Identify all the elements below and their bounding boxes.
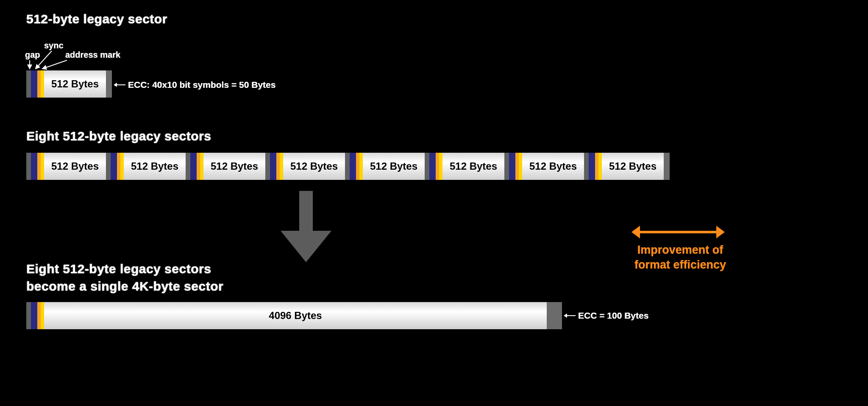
stripe-orange: [197, 153, 200, 180]
stripe-gap: [26, 302, 31, 329]
pointer-arrows: [26, 42, 153, 72]
stripe-orange: [37, 302, 41, 329]
sector-data: 4096 Bytes: [44, 302, 547, 329]
sector-prefix: [186, 153, 203, 180]
sector-data: 512 Bytes: [602, 153, 664, 180]
section1-title: 512-byte legacy sector: [26, 12, 167, 26]
sector-prefix: [425, 153, 442, 180]
stripe-gap: [186, 153, 190, 180]
legacy-row-sector: 512 Bytes: [26, 153, 106, 180]
sector-data: 512 Bytes: [522, 153, 584, 180]
sector-prefix: [26, 302, 44, 329]
stripe-address-mark: [41, 70, 44, 98]
stripe-address-mark: [598, 153, 602, 180]
efficiency-line1: Improvement of: [625, 243, 735, 258]
stripe-gap: [26, 153, 31, 180]
stripe-gap: [425, 153, 429, 180]
sector-ecc: [106, 70, 112, 98]
stripe-sync: [31, 302, 37, 329]
stripe-address-mark: [439, 153, 442, 180]
stripe-gap: [106, 153, 111, 180]
legacy-row-sector: 512 Bytes: [345, 153, 425, 180]
stripe-gap: [265, 153, 270, 180]
sector-data: 512 Bytes: [442, 153, 504, 180]
stripe-sync: [31, 70, 37, 98]
efficiency-line2: format efficiency: [625, 258, 735, 272]
sector-prefix: [26, 70, 44, 98]
sector-prefix: [265, 153, 283, 180]
stripe-address-mark: [120, 153, 124, 180]
stripe-gap: [584, 153, 589, 180]
stripe-sync: [350, 153, 356, 180]
stripe-sync: [111, 153, 117, 180]
sector-data: 512 Bytes: [124, 153, 186, 180]
stripe-orange: [356, 153, 359, 180]
stripe-orange: [37, 70, 41, 98]
stripe-orange: [276, 153, 280, 180]
legacy-row-sector: 512 Bytes: [106, 153, 186, 180]
big-sector: 4096 Bytes: [26, 302, 562, 329]
ecc-label-1: ECC: 40x10 bit symbols = 50 Bytes: [128, 80, 275, 90]
efficiency-text: Improvement of format efficiency: [625, 243, 735, 272]
legacy-sector: 512 Bytes: [26, 70, 112, 98]
stripe-address-mark: [519, 153, 522, 180]
sector-prefix: [106, 153, 124, 180]
section3-title: Eight 512-byte legacy sectors become a s…: [26, 260, 223, 295]
stripe-address-mark: [280, 153, 283, 180]
legacy-row-sector: 512 Bytes: [186, 153, 265, 180]
ecc-label-2: ECC = 100 Bytes: [578, 311, 648, 321]
stripe-gap: [345, 153, 350, 180]
stripe-sync: [509, 153, 515, 180]
stripe-sync: [429, 153, 436, 180]
legacy-row-sector: 512 Bytes: [425, 153, 504, 180]
legacy-row-sector: 512 Bytes: [265, 153, 345, 180]
stripe-orange: [117, 153, 120, 180]
prefix-labels: gap sync address mark: [26, 42, 153, 72]
legacy-row: 512 Bytes 512 Bytes 512 Bytes 512 Bytes: [26, 153, 670, 180]
stripe-orange: [515, 153, 519, 180]
sector-data: 512 Bytes: [44, 153, 106, 180]
stripe-orange: [595, 153, 598, 180]
sector-prefix: [584, 153, 602, 180]
stripe-sync: [589, 153, 595, 180]
sector-data: 512 Bytes: [283, 153, 345, 180]
legacy-row-sector: 512 Bytes: [504, 153, 584, 180]
sector-data: 512 Bytes: [44, 70, 106, 98]
stripe-gap: [504, 153, 509, 180]
svg-line-2: [42, 60, 67, 69]
section3-title-line1: Eight 512-byte legacy sectors: [26, 260, 223, 278]
stripe-orange: [37, 153, 41, 180]
stripe-sync: [31, 153, 37, 180]
efficiency-arrow-icon: [632, 226, 725, 238]
stripe-address-mark: [41, 153, 44, 180]
stripe-gap: [26, 70, 31, 98]
stripe-sync: [270, 153, 276, 180]
stripe-orange: [436, 153, 439, 180]
sector-data: 512 Bytes: [363, 153, 425, 180]
sector-prefix: [504, 153, 522, 180]
section2-title: Eight 512-byte legacy sectors: [26, 129, 211, 143]
ecc-pointer-arrow: [114, 81, 126, 89]
ecc-pointer-arrow-2: [564, 311, 576, 320]
sector-ecc: [547, 302, 562, 329]
sector-prefix: [345, 153, 363, 180]
stripe-address-mark: [200, 153, 203, 180]
stripe-address-mark: [41, 302, 44, 329]
stripe-address-mark: [359, 153, 363, 180]
legacy-row-sector: 512 Bytes: [584, 153, 670, 180]
section3-title-line2: become a single 4K-byte sector: [26, 278, 223, 295]
sector-prefix: [26, 153, 44, 180]
down-arrow-icon: [281, 191, 331, 263]
sector-data: 512 Bytes: [203, 153, 265, 180]
stripe-sync: [190, 153, 197, 180]
sector-ecc: [664, 153, 670, 180]
